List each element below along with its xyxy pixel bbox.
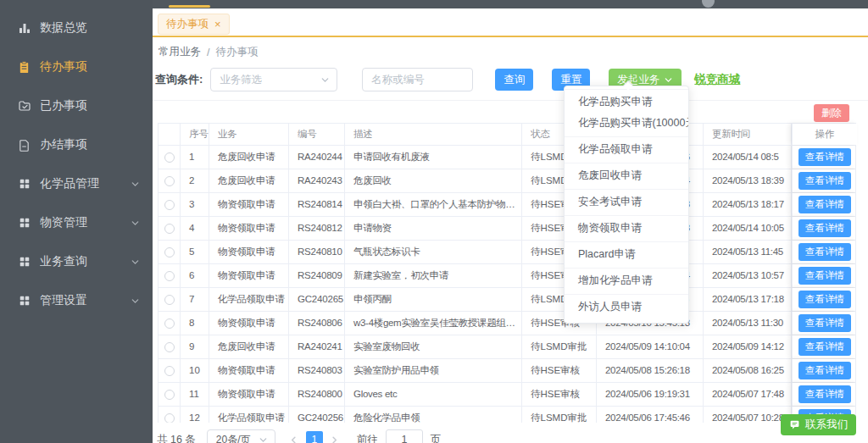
tab-bar: 待办事项 ×: [153, 8, 868, 37]
launch-menu-item[interactable]: 物资领取申请: [565, 215, 688, 241]
row-radio[interactable]: [164, 390, 175, 400]
sidebar-item-label: 已办事项: [40, 98, 131, 114]
row-radio[interactable]: [164, 176, 175, 186]
launch-menu-item[interactable]: 危废回收申请: [565, 163, 688, 189]
row-radio[interactable]: [164, 200, 175, 210]
row-radio[interactable]: [164, 342, 175, 352]
cell-index: 7: [181, 288, 209, 311]
column-header: 序号: [181, 124, 209, 145]
row-radio[interactable]: [164, 366, 175, 376]
view-detail-button[interactable]: 查看详情: [798, 148, 851, 166]
filter-label: 查询条件:: [155, 72, 203, 87]
cell-status: 待LSMD审批: [522, 335, 597, 358]
cell-description: 实验室废物回收: [345, 335, 522, 358]
page-size-select[interactable]: 20条/页: [207, 429, 275, 443]
search-button[interactable]: 查询: [495, 69, 533, 91]
launch-menu-item[interactable]: 安全考试申请: [565, 189, 688, 215]
mall-link[interactable]: 锐竞商城: [694, 72, 740, 87]
column-header: 编号: [289, 124, 345, 145]
view-detail-button[interactable]: 查看详情: [798, 338, 851, 356]
cell-business: 物资领取申请: [209, 312, 289, 335]
delete-button[interactable]: 删除: [814, 104, 849, 122]
sidebar-item-label: 数据总览: [40, 20, 131, 36]
tab-todo[interactable]: 待办事项 ×: [158, 14, 230, 35]
view-detail-button[interactable]: 查看详情: [798, 219, 851, 237]
user-avatar[interactable]: [702, 0, 715, 8]
cell-description: 气瓶状态标识卡: [345, 241, 522, 263]
cell-submit-time: 2024/05/06 17:45:46: [597, 407, 704, 423]
cell-business: 物资领取申请: [209, 217, 289, 240]
sidebar-item[interactable]: 已办事项: [0, 86, 153, 125]
view-detail-button[interactable]: 查看详情: [798, 243, 851, 261]
table-row: 1 危废回收申请 RA240244 申请回收有机废液 待LSMD审批 2024/…: [159, 146, 855, 169]
view-detail-button[interactable]: 查看详情: [798, 291, 851, 308]
launch-menu-item[interactable]: 化学品购买申请: [565, 89, 688, 115]
table-row: 10 物资领取申请 RS240803 实验室防护用品申领 待HSE审核 2024…: [159, 359, 855, 383]
next-page-button[interactable]: [327, 429, 342, 443]
prev-page-button[interactable]: [287, 429, 302, 443]
sidebar: 数据总览 待办事项 已办事项 办结事项: [0, 0, 153, 443]
sidebar-item[interactable]: 数据总览: [0, 8, 153, 47]
column-header: 更新时间: [704, 124, 792, 145]
chevron-down-icon: [259, 435, 268, 443]
cell-submit-time: 2024/05/09 14:10:04: [597, 335, 704, 358]
sidebar-item-label: 待办事项: [40, 59, 131, 75]
folder-check-icon: [17, 99, 31, 114]
cell-description: 实验室防护用品申领: [345, 359, 522, 382]
view-detail-button[interactable]: 查看详情: [798, 385, 851, 403]
pagination-total: 共 16 条: [157, 433, 196, 443]
row-radio[interactable]: [164, 318, 175, 329]
sidebar-item[interactable]: 物资管理: [0, 203, 153, 242]
select-placeholder: 业务筛选: [220, 73, 262, 87]
row-radio[interactable]: [164, 295, 175, 305]
row-radio[interactable]: [164, 224, 175, 234]
grid-icon: [17, 216, 31, 230]
cell-business: 物资领取申请: [209, 383, 289, 406]
sidebar-item[interactable]: 待办事项: [0, 47, 153, 86]
cell-business: 危废回收申请: [209, 169, 289, 192]
cell-update-time: 2024/05/07 10:28: [704, 407, 792, 423]
row-radio[interactable]: [164, 247, 175, 257]
row-radio[interactable]: [164, 271, 175, 281]
breadcrumb-item-common[interactable]: 常用业务: [159, 45, 201, 59]
sidebar-item[interactable]: 化学品管理: [0, 164, 153, 203]
keyword-input[interactable]: [362, 68, 473, 91]
view-detail-button[interactable]: 查看详情: [798, 267, 851, 285]
view-detail-button[interactable]: 查看详情: [798, 362, 851, 379]
cell-code: GC240265: [289, 288, 345, 311]
view-detail-button[interactable]: 查看详情: [798, 314, 851, 332]
chevron-down-icon: [320, 75, 330, 85]
cell-business: 物资领取申请: [209, 241, 289, 263]
launch-menu-item[interactable]: 化学品购买申请(10000元内): [565, 115, 688, 136]
breadcrumb-item-current: 待办事项: [215, 45, 258, 59]
contact-us-button[interactable]: 联系我们: [781, 414, 856, 435]
app-root: 数据总览 待办事项 已办事项 办结事项: [0, 0, 868, 443]
filter-bar: 查询条件: 业务筛选 查询 重置 发起业务 锐竞商城: [155, 68, 868, 91]
launch-menu-item[interactable]: Placard申请: [565, 241, 688, 268]
sidebar-item[interactable]: 办结事项: [0, 125, 153, 164]
view-detail-button[interactable]: 查看详情: [798, 196, 851, 213]
close-icon[interactable]: ×: [214, 19, 221, 30]
cell-index: 1: [181, 146, 209, 169]
goto-page-input[interactable]: [386, 429, 423, 443]
page-suffix: 页: [431, 433, 442, 443]
sidebar-item-label: 办结事项: [40, 137, 131, 152]
view-detail-button[interactable]: 查看详情: [798, 172, 851, 190]
page-number-active[interactable]: 1: [306, 431, 323, 443]
cell-business: 危废回收申请: [209, 146, 289, 169]
cell-index: 4: [181, 217, 209, 240]
cell-description: Gloves etc: [345, 383, 522, 406]
column-header: 业务: [209, 124, 289, 145]
row-radio[interactable]: [164, 413, 175, 424]
sidebar-item[interactable]: 业务查询: [0, 242, 153, 281]
launch-menu-item[interactable]: 外访人员申请: [565, 294, 688, 320]
business-filter-select[interactable]: 业务筛选: [210, 68, 337, 91]
cell-code: RS240812: [289, 217, 345, 240]
column-header: [159, 124, 181, 145]
launch-menu-item[interactable]: 增加化学品申请: [565, 268, 688, 294]
launch-menu-item[interactable]: 化学品领取申请: [565, 136, 688, 163]
sidebar-item[interactable]: 管理设置: [0, 281, 153, 320]
row-radio[interactable]: [164, 152, 175, 163]
table-row: 7 化学品领取申请 GC240265 申领丙酮 待LSMD审批 2024/05/…: [159, 288, 855, 312]
cell-business: 物资领取申请: [209, 359, 289, 382]
